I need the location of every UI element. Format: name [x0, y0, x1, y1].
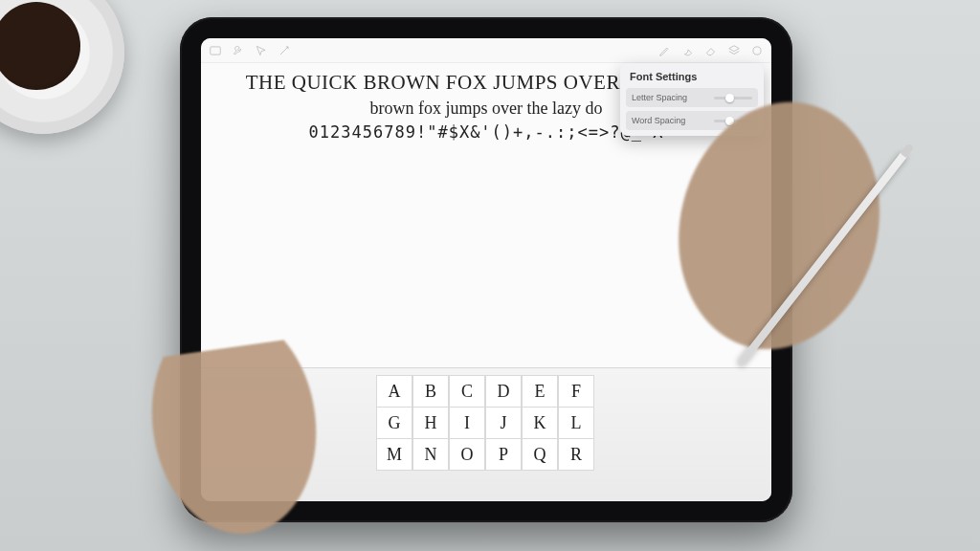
glyph-cell[interactable]: B	[412, 375, 449, 408]
glyph-cell[interactable]: N	[412, 438, 449, 471]
glyph-cell[interactable]: I	[449, 407, 485, 439]
color-icon[interactable]	[750, 44, 764, 57]
gallery-icon[interactable]	[209, 44, 222, 57]
glyph-cell[interactable]: C	[449, 375, 485, 408]
glyph-cell[interactable]: O	[449, 438, 485, 471]
coffee-cup	[0, 0, 124, 134]
glyph-cell[interactable]: P	[485, 438, 522, 471]
glyph-cell[interactable]: G	[376, 407, 412, 439]
glyph-cell[interactable]: K	[522, 407, 558, 439]
word-spacing-label: Word Spacing	[632, 116, 685, 125]
smudge-icon[interactable]	[681, 44, 695, 57]
letter-spacing-label: Letter Spacing	[632, 93, 687, 102]
app-screen: THE QUICK BROWN FOX JUMPS OVER THE LAZY …	[201, 38, 771, 501]
wrench-icon[interactable]	[232, 44, 245, 57]
svg-rect-0	[211, 46, 221, 54]
glyph-cell[interactable]: L	[558, 407, 594, 439]
glyph-cell[interactable]: E	[522, 375, 558, 408]
word-spacing-slider[interactable]	[714, 120, 752, 122]
eraser-icon[interactable]	[704, 44, 718, 57]
glyph-panel: A B C D E F G H I J K L M N O P Q R	[201, 367, 771, 501]
glyph-cell[interactable]: H	[412, 407, 449, 439]
popover-title: Font Settings	[626, 69, 758, 88]
wand-icon[interactable]	[278, 44, 291, 57]
select-icon[interactable]	[255, 44, 268, 57]
glyph-cell[interactable]: R	[558, 438, 594, 471]
glyph-grid: A B C D E F G H I J K L M N O P Q R	[377, 376, 595, 471]
glyph-cell[interactable]: M	[376, 438, 412, 471]
glyph-cell[interactable]: J	[485, 407, 522, 439]
glyph-cell[interactable]: F	[558, 375, 594, 408]
glyph-cell[interactable]: A	[376, 375, 412, 408]
word-spacing-row[interactable]: Word Spacing	[626, 111, 758, 130]
top-toolbar	[201, 38, 771, 63]
letter-spacing-slider[interactable]	[714, 97, 752, 99]
glyph-cell[interactable]: Q	[522, 438, 558, 471]
font-settings-popover: Font Settings Letter Spacing Word Spacin…	[620, 63, 764, 136]
layers-icon[interactable]	[727, 44, 741, 57]
pencil-icon[interactable]	[658, 44, 672, 57]
letter-spacing-row[interactable]: Letter Spacing	[626, 88, 758, 107]
svg-point-1	[753, 46, 761, 54]
ipad-frame: THE QUICK BROWN FOX JUMPS OVER THE LAZY …	[180, 17, 792, 522]
glyph-cell[interactable]: D	[485, 375, 522, 408]
